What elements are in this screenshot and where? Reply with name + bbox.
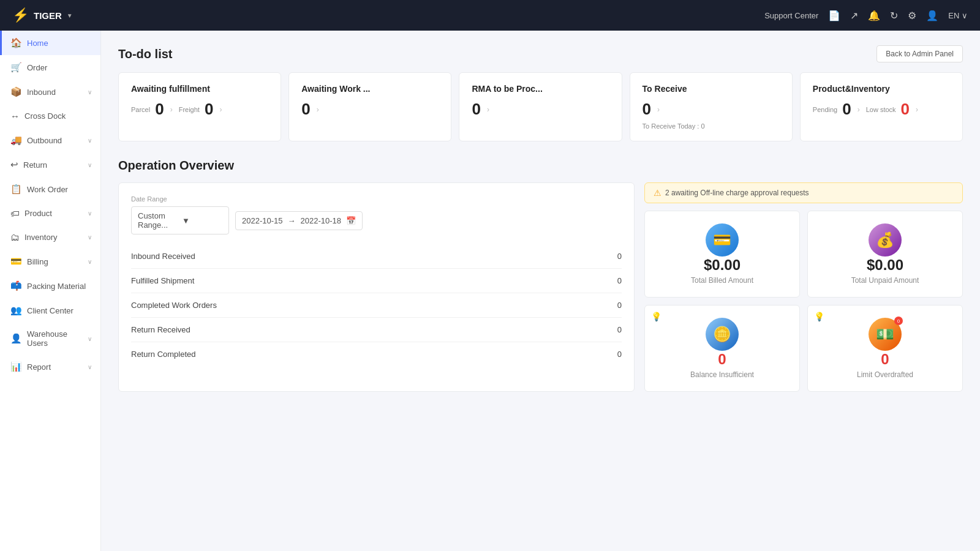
balance-insufficient-icon: 🪙 xyxy=(706,318,739,351)
stat-label: Inbound Received xyxy=(131,252,195,261)
stats-row: Completed Work Orders 0 xyxy=(131,293,622,318)
sidebar-item-product[interactable]: 🏷 Product ∨ xyxy=(0,201,100,225)
inbound-icon: 📦 xyxy=(10,86,22,97)
todo-card-title-to-receive: To Receive xyxy=(643,84,780,94)
date-input-field[interactable]: 2022-10-15 → 2022-10-18 📅 xyxy=(235,211,363,230)
sidebar-item-outbound[interactable]: 🚚 Outbound ∨ xyxy=(0,128,100,152)
stat-label: Fulfilled Shipment xyxy=(131,276,194,285)
export-icon[interactable]: ↗ xyxy=(850,10,858,21)
sidebar-label-inbound: Inbound xyxy=(27,88,56,97)
sidebar-item-inner: 📊 Report xyxy=(10,361,51,372)
tiger-logo-icon: ⚡ xyxy=(12,7,29,23)
workorder-icon: 📋 xyxy=(10,184,22,195)
settings-icon[interactable]: ⚙ xyxy=(908,10,916,21)
billing-icon: 💳 xyxy=(10,256,22,267)
stat-label: Return Received xyxy=(131,325,190,334)
stats-row: Fulfilled Shipment 0 xyxy=(131,269,622,293)
sidebar-label-return: Return xyxy=(23,160,47,170)
sidebar-item-inventory[interactable]: 🗂 Inventory ∨ xyxy=(0,225,100,249)
calendar-icon[interactable]: 📅 xyxy=(346,216,356,225)
date-range-label: Date Range xyxy=(131,195,622,203)
sidebar-label-product: Product xyxy=(24,209,52,218)
tip-icon-balance-insufficient[interactable]: 💡 xyxy=(651,312,662,321)
todo-arrow-rma[interactable]: › xyxy=(487,105,489,114)
alert-icon: ⚠ xyxy=(654,188,662,198)
sidebar-label-workorder: Work Order xyxy=(27,185,68,194)
sidebar-item-crossdock[interactable]: ↔ Cross Dock xyxy=(0,104,100,128)
sidebar: 🏠 Home 🛒 Order 📦 Inbound ∨ ↔ Cross Dock xyxy=(0,31,101,551)
todo-card-row-awaiting-fulfillment: Parcel 0 › Freight 0 › xyxy=(131,100,268,119)
operation-left-panel: Date Range Custom Range... ▼ 2022-10-15 … xyxy=(118,182,635,392)
sidebar-item-return[interactable]: ↩ Return ∨ xyxy=(0,152,100,177)
sidebar-item-inner: ↔ Cross Dock xyxy=(10,111,66,121)
sidebar-caret-inventory: ∨ xyxy=(88,234,92,241)
todo-cards-container: Awaiting fulfillment Parcel 0 › Freight … xyxy=(118,72,963,141)
sidebar-label-client: Client Center xyxy=(27,306,74,315)
main-layout: 🏠 Home 🛒 Order 📦 Inbound ∨ ↔ Cross Dock xyxy=(0,31,980,551)
sidebar-item-billing[interactable]: 💳 Billing ∨ xyxy=(0,249,100,274)
total-billed-icon: 💳 xyxy=(706,223,739,257)
order-icon: 🛒 xyxy=(10,62,22,73)
date-to: 2022-10-18 xyxy=(301,216,342,225)
sidebar-label-order: Order xyxy=(27,63,47,72)
sidebar-item-order[interactable]: 🛒 Order xyxy=(0,55,100,80)
todo-arrow-awaiting-fulfillment-2[interactable]: › xyxy=(219,105,222,114)
date-range-section: Date Range Custom Range... ▼ 2022-10-15 … xyxy=(131,195,622,234)
sidebar-item-report[interactable]: 📊 Report ∨ xyxy=(0,354,100,379)
product-icon: 🏷 xyxy=(10,208,20,219)
user-avatar-icon[interactable]: 👤 xyxy=(926,10,938,21)
select-caret-icon: ▼ xyxy=(182,216,222,225)
outbound-icon: 🚚 xyxy=(10,135,22,146)
stat-value: 0 xyxy=(617,301,622,310)
support-center-link[interactable]: Support Center xyxy=(764,11,818,20)
back-to-admin-button[interactable]: Back to Admin Panel xyxy=(876,45,963,62)
todo-arrow-to-receive[interactable]: › xyxy=(657,105,660,114)
todo-arrow-awaiting-fulfillment-1[interactable]: › xyxy=(170,105,173,114)
crossdock-icon: ↔ xyxy=(10,111,20,121)
todo-card-to-receive: To Receive 0 › To Receive Today : 0 xyxy=(630,72,793,141)
op-card-total-billed: 💳 $0.00 Total Billed Amount xyxy=(644,211,800,298)
sidebar-item-workorder[interactable]: 📋 Work Order xyxy=(0,177,100,201)
refresh-icon[interactable]: ↻ xyxy=(890,10,898,21)
sidebar-item-client[interactable]: 👥 Client Center xyxy=(0,298,100,323)
alert-text: 2 awaiting Off-line charge approval requ… xyxy=(665,189,809,197)
op-card-total-unpaid: 💰 $0.00 Total Unpaid Amount xyxy=(807,211,963,298)
sidebar-caret-billing: ∨ xyxy=(88,258,92,265)
todo-arrow-product-inventory-2[interactable]: › xyxy=(916,105,918,114)
right-cards-row-bottom: 💡 🪙 0 Balance Insufficient 💡 💵0 0 Limit … xyxy=(644,305,963,392)
todo-card-rma: RMA to be Proc... 0 › xyxy=(459,72,622,141)
sidebar-item-inner: 👥 Client Center xyxy=(10,305,74,316)
report-icon: 📊 xyxy=(10,361,22,372)
sidebar-item-inner: 🚚 Outbound xyxy=(10,135,62,146)
date-range-select[interactable]: Custom Range... ▼ xyxy=(131,206,229,234)
sidebar-item-inner: 📋 Work Order xyxy=(10,184,68,195)
total-unpaid-label: Total Unpaid Amount xyxy=(851,276,919,285)
sidebar-item-inner: 📦 Inbound xyxy=(10,86,56,97)
language-selector[interactable]: EN ∨ xyxy=(948,11,968,20)
app-caret-icon[interactable]: ▼ xyxy=(67,12,73,19)
todo-arrow-product-inventory-1[interactable]: › xyxy=(858,105,860,114)
stat-value: 0 xyxy=(617,276,622,285)
sidebar-caret-report: ∨ xyxy=(88,364,92,370)
todo-card-title-awaiting-fulfillment: Awaiting fulfillment xyxy=(131,84,268,94)
todo-card-title-awaiting-work: Awaiting Work ... xyxy=(301,84,439,94)
limit-overdrafted-icon: 💵0 xyxy=(869,318,902,351)
todo-card-product-inventory: Product&Inventory Pending 0 › Low stock … xyxy=(800,72,963,141)
sidebar-label-inventory: Inventory xyxy=(24,233,57,242)
document-icon[interactable]: 📄 xyxy=(828,10,840,21)
notification-icon[interactable]: 🔔 xyxy=(868,10,880,21)
sidebar-item-inbound[interactable]: 📦 Inbound ∨ xyxy=(0,80,100,104)
limit-overdrafted-amount: 0 xyxy=(881,351,889,368)
right-cards-row-top: 💳 $0.00 Total Billed Amount 💰 $0.00 Tota… xyxy=(644,211,963,298)
sidebar-item-warehouseusers[interactable]: 👤 Warehouse Users ∨ xyxy=(0,323,100,354)
tip-icon-limit-overdrafted[interactable]: 💡 xyxy=(814,312,824,321)
todo-section-header: To-do list Back to Admin Panel xyxy=(118,45,963,62)
sidebar-item-home[interactable]: 🏠 Home xyxy=(0,31,100,55)
sidebar-item-inner: 👤 Warehouse Users xyxy=(10,329,88,348)
topnav-right: Support Center 📄 ↗ 🔔 ↻ ⚙ 👤 EN ∨ xyxy=(764,10,968,21)
sidebar-caret-outbound: ∨ xyxy=(88,137,92,144)
todo-arrow-awaiting-work[interactable]: › xyxy=(317,105,319,114)
sidebar-label-report: Report xyxy=(27,362,51,372)
op-card-balance-insufficient: 💡 🪙 0 Balance Insufficient xyxy=(644,305,800,392)
sidebar-item-packing[interactable]: 📫 Packing Material xyxy=(0,274,100,298)
